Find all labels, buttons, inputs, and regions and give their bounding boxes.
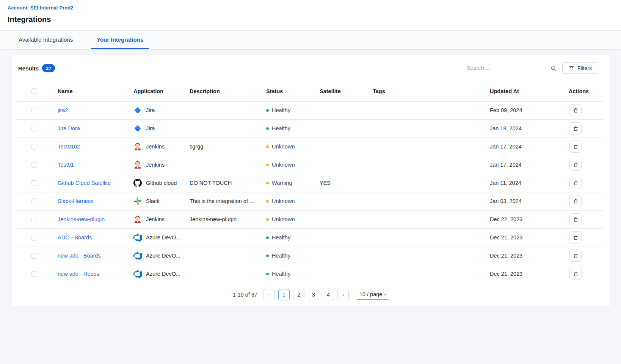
pagination-next-button[interactable]: ›: [337, 289, 349, 300]
pagination-page-2-button[interactable]: 2: [293, 289, 304, 300]
pagination-page-3-button[interactable]: 3: [308, 289, 319, 300]
updated-at-cell: Jan 17, 2024: [490, 156, 569, 174]
updated-at-cell: Feb 09, 2024: [490, 101, 569, 119]
description-cell: DO NOT TOUCH: [190, 174, 266, 192]
status-dot: [266, 218, 269, 221]
integration-name-link[interactable]: Slack-Harness: [58, 198, 93, 204]
row-checkbox[interactable]: [31, 144, 37, 150]
row-checkbox[interactable]: [31, 235, 37, 241]
status-dot: [266, 200, 269, 203]
delete-button[interactable]: [569, 268, 582, 280]
delete-button[interactable]: [569, 159, 582, 171]
integrations-panel: Results 37 Filters Name Application Desc…: [12, 55, 610, 306]
delete-button[interactable]: [569, 250, 582, 262]
delete-button[interactable]: [569, 213, 582, 225]
row-checkbox[interactable]: [31, 198, 37, 204]
tab-your-integrations[interactable]: Your Integrations: [91, 31, 149, 49]
page-size-label: 10 / page: [359, 291, 382, 297]
description-cell: [190, 265, 266, 283]
row-checkbox[interactable]: [31, 108, 37, 113]
integration-name-link[interactable]: new ado - Repos: [58, 271, 99, 277]
delete-button[interactable]: [569, 141, 582, 153]
status-dot: [266, 273, 269, 275]
updated-at-cell: Jan 17, 2024: [490, 137, 569, 156]
application-label: Azure DevO...: [146, 234, 180, 241]
table-row: Slack-Harness Slack This is the integrat…: [17, 192, 603, 210]
status-label: Unknown: [272, 144, 295, 150]
column-header-application: Application: [133, 81, 190, 101]
tab-bar: Available Integrations Your Integrations: [0, 31, 621, 50]
tags-cell: [373, 101, 490, 119]
jira-icon: [133, 106, 142, 114]
row-checkbox[interactable]: [31, 162, 37, 168]
search-input[interactable]: [467, 62, 547, 74]
tab-available-integrations[interactable]: Available Integrations: [13, 31, 78, 49]
pagination-page-4-button[interactable]: 4: [323, 289, 334, 300]
integration-name-link[interactable]: new ado - Boards: [58, 253, 101, 259]
description-cell: sgrgg: [190, 137, 266, 156]
integration-name-link[interactable]: Test01: [58, 162, 74, 168]
application-label: Github cloud: [146, 180, 177, 186]
tags-cell: [373, 192, 490, 210]
table-row: new ado - Boards Azure DevO... Healthy D…: [17, 247, 603, 265]
updated-at-cell: Dec 22, 2023: [490, 210, 569, 228]
page-header: Account: SEI-Internal-Prod2 Integrations: [0, 0, 621, 31]
delete-button[interactable]: [569, 231, 582, 244]
integration-name-link[interactable]: Github Cloud Satellite: [58, 180, 111, 186]
filters-button[interactable]: Filters: [562, 62, 598, 74]
table-row: ADO - Boards Azure DevO... Healthy Dec 2…: [17, 228, 603, 247]
updated-at-cell: Dec 21, 2023: [490, 265, 569, 283]
pagination: 1-10 of 37 ‹ 1 2 3 4 › 10 / page ▾: [12, 283, 610, 306]
satellite-cell: [320, 101, 373, 119]
account-breadcrumb-link[interactable]: Account: SEI-Internal-Prod2: [8, 5, 73, 11]
column-header-satellite: Satellite: [320, 81, 373, 101]
tags-cell: [373, 210, 490, 228]
table-toolbar: Results 37 Filters: [12, 55, 610, 81]
status-label: Warning: [272, 180, 292, 186]
row-checkbox[interactable]: [31, 271, 37, 277]
delete-button[interactable]: [569, 122, 582, 134]
integration-name-link[interactable]: Jira Dora: [58, 125, 80, 131]
status-label: Healthy: [272, 253, 290, 259]
select-all-checkbox[interactable]: [31, 88, 37, 94]
delete-button[interactable]: [569, 177, 582, 189]
funnel-icon: [569, 66, 574, 71]
row-checkbox[interactable]: [31, 126, 37, 131]
pagination-page-1-button[interactable]: 1: [278, 289, 290, 300]
status-dot: [266, 182, 269, 184]
row-checkbox[interactable]: [31, 217, 37, 222]
trash-icon: [573, 198, 579, 204]
delete-button[interactable]: [569, 104, 582, 116]
chevron-right-icon: ›: [342, 292, 344, 298]
row-checkbox[interactable]: [31, 253, 37, 259]
tags-cell: [373, 174, 490, 192]
integration-name-link[interactable]: ADO - Boards: [58, 234, 92, 241]
description-cell: [190, 119, 266, 137]
satellite-cell: [320, 247, 373, 265]
integration-name-link[interactable]: Test0102: [58, 144, 80, 150]
chevron-left-icon: ‹: [268, 292, 270, 298]
page-title: Integrations: [8, 15, 51, 24]
delete-button[interactable]: [569, 195, 582, 207]
page-size-select[interactable]: 10 / page ▾: [357, 289, 389, 300]
status-dot: [266, 127, 269, 130]
tags-cell: [373, 119, 490, 137]
row-checkbox[interactable]: [31, 180, 37, 186]
column-header-status: Status: [266, 81, 320, 101]
satellite-cell: YES: [320, 174, 373, 192]
satellite-cell: [320, 192, 373, 210]
pagination-prev-button[interactable]: ‹: [263, 289, 275, 300]
description-cell: This is the integration of ...: [190, 192, 266, 210]
status-dot: [266, 164, 269, 166]
azure-devops-icon: [133, 233, 142, 242]
azure-devops-icon: [133, 252, 142, 260]
table-row: Test01 Jenkins Unknown Jan 17, 2024: [17, 156, 603, 174]
table-row: Github Cloud Satellite Github cloud DO N…: [17, 174, 603, 192]
integration-name-link[interactable]: jira2: [58, 107, 68, 113]
tags-cell: [373, 247, 490, 265]
integration-name-link[interactable]: Jenkins-new-plugin: [58, 216, 105, 222]
updated-at-cell: Jan 03, 2024: [490, 192, 569, 210]
azure-devops-icon: [133, 270, 142, 278]
application-label: Azure DevO...: [146, 253, 180, 259]
application-label: Jira: [146, 125, 155, 131]
